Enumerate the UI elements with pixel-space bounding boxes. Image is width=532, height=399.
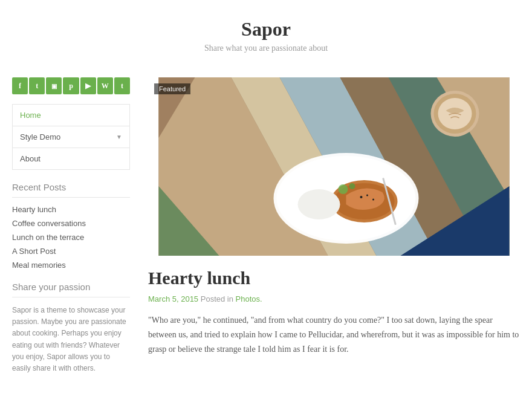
- main-layout: f t ▣ p ▶ W t Home Style Demo ▼ About Re…: [12, 65, 520, 386]
- youtube-icon[interactable]: ▶: [80, 77, 96, 94]
- svg-point-18: [366, 195, 368, 196]
- nav-style-demo[interactable]: Style Demo ▼: [13, 126, 129, 148]
- nav-style-demo-label: Style Demo: [20, 132, 60, 141]
- svg-point-16: [349, 183, 355, 189]
- featured-image-container: Featured: [148, 77, 520, 256]
- wordpress-icon[interactable]: W: [97, 77, 113, 94]
- recent-posts-title: Recent Posts: [12, 182, 130, 198]
- post-title: Hearty lunch: [148, 268, 520, 288]
- facebook-icon[interactable]: f: [12, 77, 28, 94]
- nav-home[interactable]: Home: [13, 105, 129, 126]
- pinterest-icon[interactable]: p: [63, 77, 79, 94]
- site-tagline: Share what you are passionate about: [12, 44, 520, 53]
- main-content: Featured: [148, 77, 520, 386]
- featured-image: [148, 77, 520, 256]
- featured-badge: Featured: [154, 83, 190, 94]
- post-excerpt: "Who are you," he continued, "and from w…: [148, 313, 520, 356]
- chevron-down-icon: ▼: [116, 134, 122, 140]
- share-passion-description: Sapor is a theme to showcase your passio…: [12, 305, 130, 374]
- post-date: March 5, 2015: [148, 294, 198, 303]
- social-icons-bar: f t ▣ p ▶ W t: [12, 77, 130, 94]
- sidebar-nav: Home Style Demo ▼ About: [12, 104, 130, 170]
- recent-posts-section: Recent Posts Hearty lunch Coffee convers…: [12, 182, 130, 270]
- share-passion-section: Share your passion Sapor is a theme to s…: [12, 282, 130, 374]
- instagram-icon[interactable]: ▣: [46, 77, 62, 94]
- svg-point-14: [298, 189, 340, 219]
- sidebar: f t ▣ p ▶ W t Home Style Demo ▼ About Re…: [12, 77, 130, 386]
- site-header: Sapor Share what you are passionate abou…: [12, 0, 520, 65]
- post-category[interactable]: Photos.: [236, 294, 262, 303]
- svg-point-19: [372, 199, 374, 201]
- svg-point-17: [360, 196, 363, 198]
- recent-post-4[interactable]: A Short Post: [12, 247, 130, 256]
- tumblr-icon[interactable]: t: [114, 77, 130, 94]
- svg-point-15: [339, 184, 348, 194]
- page-wrapper: Sapor Share what you are passionate abou…: [0, 0, 532, 386]
- share-passion-title: Share your passion: [12, 282, 130, 297]
- recent-post-1[interactable]: Hearty lunch: [12, 205, 130, 214]
- recent-post-5[interactable]: Meal memories: [12, 261, 130, 270]
- featured-image-svg: [148, 77, 520, 256]
- recent-post-2[interactable]: Coffee conversations: [12, 219, 130, 228]
- post-meta-prefix: Posted in: [201, 294, 236, 303]
- site-title: Sapor: [12, 18, 520, 41]
- nav-about[interactable]: About: [13, 148, 129, 169]
- post-meta: March 5, 2015 Posted in Photos.: [148, 294, 520, 303]
- recent-post-3[interactable]: Lunch on the terrace: [12, 233, 130, 242]
- twitter-icon[interactable]: t: [29, 77, 45, 94]
